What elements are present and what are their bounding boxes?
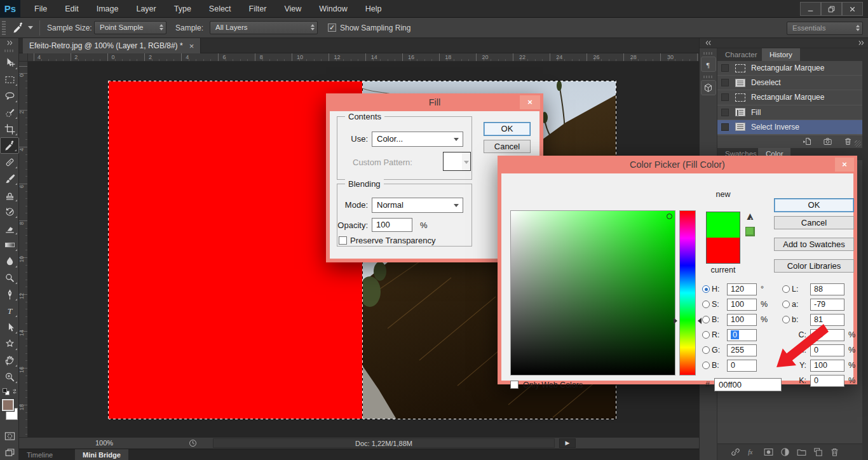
- panel-grip[interactable]: [703, 76, 714, 78]
- link-layers-button[interactable]: [730, 447, 741, 457]
- foreground-color-swatch[interactable]: [2, 399, 14, 411]
- show-sampling-ring-checkbox[interactable]: ✓: [328, 24, 336, 32]
- field-radio[interactable]: [702, 362, 710, 369]
- 3d-panel-button[interactable]: [701, 80, 716, 95]
- menu-window[interactable]: Window: [310, 0, 356, 18]
- quick-mask-button[interactable]: [0, 428, 19, 443]
- fill-dialog-title[interactable]: Fill: [326, 93, 543, 111]
- menu-filter[interactable]: Filter: [240, 0, 276, 18]
- zoom-level[interactable]: 100%: [95, 439, 113, 447]
- window-close[interactable]: [842, 2, 863, 16]
- tool-blur[interactable]: [0, 253, 19, 269]
- hue-marker-left-icon[interactable]: [674, 318, 677, 324]
- paragraph-panel-button[interactable]: ¶: [701, 57, 716, 72]
- color-picker-title[interactable]: Color Picker (Fill Color): [498, 156, 857, 173]
- menu-select[interactable]: Select: [200, 0, 240, 18]
- saturation-brightness-field[interactable]: [510, 210, 675, 375]
- tool-pen[interactable]: [0, 286, 19, 302]
- window-restore[interactable]: [821, 2, 842, 16]
- history-step-fill[interactable]: Fill: [717, 105, 862, 120]
- collapse-dock-icon[interactable]: [705, 39, 712, 46]
- web-safe-color-swatch[interactable]: [745, 227, 755, 236]
- tool-move[interactable]: [0, 55, 19, 71]
- new-group-button[interactable]: [796, 447, 807, 457]
- menu-type[interactable]: Type: [165, 0, 200, 18]
- tool-preset-caret-icon[interactable]: [28, 26, 33, 29]
- preserve-transparency-checkbox[interactable]: [339, 236, 347, 245]
- history-step-rectangular-marquee[interactable]: Rectangular Marquee: [717, 90, 862, 105]
- fill-ok-button[interactable]: OK: [484, 122, 531, 136]
- field-radio[interactable]: [702, 285, 710, 293]
- new-snapshot-button[interactable]: [823, 137, 834, 147]
- workspace-select[interactable]: Essentials: [787, 22, 863, 35]
- field-radio[interactable]: [702, 301, 710, 308]
- adjustment-layer-button[interactable]: [780, 447, 790, 457]
- tool-clone-stamp[interactable]: [0, 187, 19, 203]
- document-tab[interactable]: Efeito-Retro.jpg @ 100% (Layer 1, RGB/8#…: [23, 38, 201, 53]
- hex-input[interactable]: 00ff00: [714, 378, 782, 391]
- panel-grip[interactable]: [703, 52, 714, 55]
- opacity-field[interactable]: 100: [372, 218, 412, 232]
- mode-select[interactable]: Normal: [372, 198, 463, 213]
- field-input[interactable]: 255: [727, 344, 757, 356]
- history-source-well[interactable]: [721, 64, 729, 72]
- swap-colors-icon[interactable]: [11, 388, 18, 395]
- menu-view[interactable]: View: [275, 0, 310, 18]
- tool-zoom[interactable]: [0, 369, 19, 385]
- menu-edit[interactable]: Edit: [56, 0, 88, 18]
- tool-hand[interactable]: [0, 352, 19, 369]
- bottom-tab-timeline[interactable]: Timeline: [19, 449, 60, 460]
- hue-marker-right-icon[interactable]: [698, 318, 702, 324]
- field-radio[interactable]: [702, 331, 710, 339]
- delete-state-button[interactable]: [843, 137, 855, 147]
- field-input[interactable]: 120: [727, 283, 757, 295]
- tool-gradient[interactable]: [0, 236, 19, 253]
- history-step-rectangular-marquee[interactable]: Rectangular Marquee: [717, 61, 862, 76]
- menu-help[interactable]: Help: [356, 0, 391, 18]
- add-layer-mask-button[interactable]: [763, 447, 774, 457]
- field-radio[interactable]: [782, 301, 790, 308]
- picker-button-cancel[interactable]: Cancel: [774, 216, 854, 229]
- options-bar-grip[interactable]: [2, 21, 6, 35]
- field-input[interactable]: 0: [727, 360, 757, 372]
- picker-button-color-libraries[interactable]: Color Libraries: [774, 259, 854, 273]
- tool-eraser[interactable]: [0, 220, 19, 236]
- history-step-select-inverse[interactable]: Select Inverse: [717, 120, 862, 135]
- panel-resize-grip[interactable]: [855, 140, 861, 147]
- field-radio[interactable]: [702, 346, 710, 354]
- history-source-well[interactable]: [721, 93, 729, 101]
- tool-quick-selection[interactable]: [0, 104, 19, 121]
- default-colors-icon[interactable]: [3, 388, 10, 395]
- picker-button-add-to-swatches[interactable]: Add to Swatches: [774, 238, 854, 251]
- history-source-well[interactable]: [721, 79, 729, 86]
- field-input[interactable]: 100: [727, 299, 757, 311]
- fill-cancel-button[interactable]: Cancel: [484, 140, 531, 153]
- expand-dock-icon[interactable]: [858, 39, 865, 46]
- canvas-red-area[interactable]: [108, 81, 362, 419]
- tool-brush[interactable]: [0, 170, 19, 187]
- only-web-colors-checkbox[interactable]: [510, 381, 519, 389]
- tool-custom-shape[interactable]: [0, 335, 19, 352]
- use-select[interactable]: Color...: [372, 132, 463, 147]
- history-step-deselect[interactable]: Deselect: [717, 76, 862, 90]
- field-input[interactable]: 88: [810, 283, 844, 295]
- color-picker-close-button[interactable]: ×: [835, 158, 854, 172]
- picker-button-ok[interactable]: OK: [774, 198, 854, 212]
- tool-spot-healing[interactable]: [0, 154, 19, 170]
- field-radio[interactable]: [702, 316, 710, 323]
- tool-dodge[interactable]: [0, 269, 19, 286]
- tool-eyedropper[interactable]: [0, 137, 19, 154]
- panel-tab-character[interactable]: Character: [717, 48, 765, 61]
- document-size-info[interactable]: Doc: 1,22M/1,88M: [213, 438, 555, 448]
- current-tool-button[interactable]: [10, 20, 27, 36]
- layer-style-button[interactable]: fx: [747, 447, 757, 457]
- tool-path-selection[interactable]: [0, 319, 19, 335]
- history-source-well[interactable]: [721, 109, 729, 116]
- sample-size-select[interactable]: Point Sample: [94, 21, 166, 34]
- delete-layer-button[interactable]: [829, 447, 840, 457]
- toolbar-grip[interactable]: [4, 50, 15, 52]
- status-options-button[interactable]: ▶: [559, 438, 576, 448]
- fill-dialog-close-button[interactable]: ×: [520, 95, 540, 109]
- field-input[interactable]: 0: [810, 375, 844, 387]
- gamut-warning-icon[interactable]: ▲!: [745, 210, 757, 223]
